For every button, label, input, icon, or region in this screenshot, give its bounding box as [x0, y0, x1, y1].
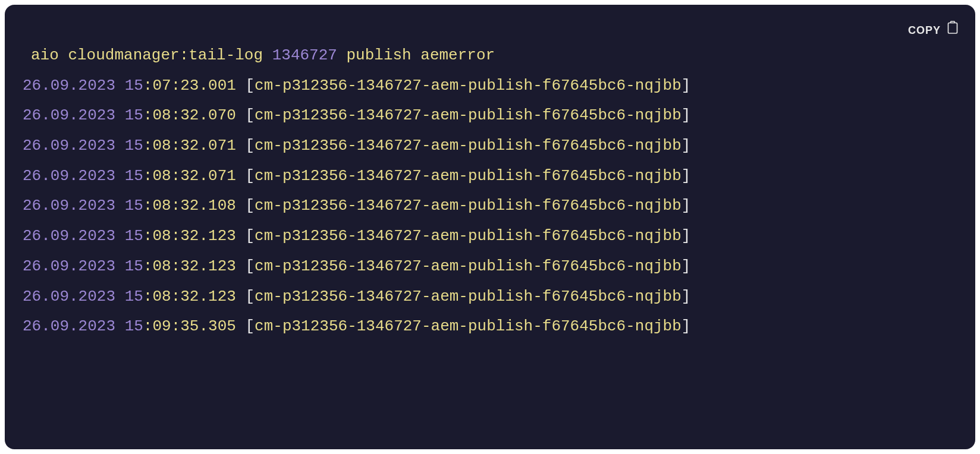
log-date: 26.09.2023 — [23, 167, 125, 185]
log-time-rest: :08:32.070 — [143, 106, 236, 124]
code-content: aio cloudmanager:tail-log 1346727 publis… — [23, 40, 957, 342]
log-gap — [236, 227, 246, 245]
log-date: 26.09.2023 — [23, 227, 125, 245]
log-gap — [236, 167, 246, 185]
bracket-open: [ — [246, 317, 255, 335]
bracket-open: [ — [246, 288, 255, 305]
copy-button[interactable]: COPY — [908, 15, 959, 46]
command-number: 1346727 — [272, 46, 337, 64]
bracket-open: [ — [246, 227, 255, 245]
log-source: cm-p312356-1346727-aem-publish-f67645bc6… — [255, 288, 681, 305]
bracket-close: ] — [681, 317, 691, 335]
log-date: 26.09.2023 — [23, 288, 125, 305]
log-line: 26.09.2023 15:08:32.123 [cm-p312356-1346… — [23, 282, 957, 312]
bracket-close: ] — [681, 197, 691, 215]
terminal-panel: COPY aio cloudmanager:tail-log 1346727 p… — [5, 5, 975, 449]
log-date: 26.09.2023 — [23, 197, 125, 215]
log-gap — [236, 197, 246, 215]
log-hour: 15 — [125, 106, 143, 124]
log-hour: 15 — [125, 197, 143, 215]
log-gap — [236, 257, 246, 275]
log-date: 26.09.2023 — [23, 77, 125, 94]
bracket-open: [ — [246, 77, 255, 94]
log-hour: 15 — [125, 317, 143, 335]
log-gap — [236, 106, 246, 124]
log-time-rest: :08:32.123 — [143, 227, 236, 245]
log-source: cm-p312356-1346727-aem-publish-f67645bc6… — [255, 317, 681, 335]
log-time-rest: :07:23.001 — [143, 77, 236, 94]
bracket-close: ] — [681, 227, 691, 245]
log-line: 26.09.2023 15:09:35.305 [cm-p312356-1346… — [23, 311, 957, 342]
log-source: cm-p312356-1346727-aem-publish-f67645bc6… — [255, 227, 681, 245]
copy-label: COPY — [908, 20, 941, 41]
bracket-close: ] — [681, 288, 691, 305]
svg-rect-0 — [948, 23, 957, 34]
command-prefix: aio cloudmanager:tail-log — [31, 46, 272, 64]
command-line: aio cloudmanager:tail-log 1346727 publis… — [23, 40, 957, 71]
bracket-open: [ — [246, 106, 255, 124]
log-hour: 15 — [125, 137, 143, 155]
log-line: 26.09.2023 15:07:23.001 [cm-p312356-1346… — [23, 71, 957, 101]
log-hour: 15 — [125, 257, 143, 275]
bracket-close: ] — [681, 257, 691, 275]
log-date: 26.09.2023 — [23, 106, 125, 124]
log-time-rest: :08:32.108 — [143, 197, 236, 215]
log-time-rest: :08:32.071 — [143, 167, 236, 185]
log-source: cm-p312356-1346727-aem-publish-f67645bc6… — [255, 167, 681, 185]
log-line: 26.09.2023 15:08:32.071 [cm-p312356-1346… — [23, 131, 957, 161]
log-time-rest: :08:32.071 — [143, 137, 236, 155]
bracket-close: ] — [681, 167, 691, 185]
log-gap — [236, 288, 246, 305]
command-suffix: publish aemerror — [337, 46, 495, 64]
log-gap — [236, 137, 246, 155]
bracket-close: ] — [681, 137, 691, 155]
log-line: 26.09.2023 15:08:32.123 [cm-p312356-1346… — [23, 221, 957, 251]
log-time-rest: :08:32.123 — [143, 288, 236, 305]
bracket-close: ] — [681, 106, 691, 124]
bracket-open: [ — [246, 197, 255, 215]
bracket-open: [ — [246, 257, 255, 275]
log-time-rest: :08:32.123 — [143, 257, 236, 275]
clipboard-icon — [947, 15, 959, 46]
log-source: cm-p312356-1346727-aem-publish-f67645bc6… — [255, 257, 681, 275]
log-source: cm-p312356-1346727-aem-publish-f67645bc6… — [255, 137, 681, 155]
bracket-open: [ — [246, 167, 255, 185]
log-date: 26.09.2023 — [23, 257, 125, 275]
log-source: cm-p312356-1346727-aem-publish-f67645bc6… — [255, 106, 681, 124]
bracket-open: [ — [246, 137, 255, 155]
log-hour: 15 — [125, 167, 143, 185]
log-gap — [236, 317, 246, 335]
log-line: 26.09.2023 15:08:32.108 [cm-p312356-1346… — [23, 191, 957, 221]
log-line: 26.09.2023 15:08:32.071 [cm-p312356-1346… — [23, 161, 957, 191]
log-source: cm-p312356-1346727-aem-publish-f67645bc6… — [255, 77, 681, 94]
log-date: 26.09.2023 — [23, 137, 125, 155]
log-source: cm-p312356-1346727-aem-publish-f67645bc6… — [255, 197, 681, 215]
log-hour: 15 — [125, 227, 143, 245]
log-line: 26.09.2023 15:08:32.070 [cm-p312356-1346… — [23, 100, 957, 131]
log-hour: 15 — [125, 288, 143, 305]
log-date: 26.09.2023 — [23, 317, 125, 335]
log-hour: 15 — [125, 77, 143, 94]
log-line: 26.09.2023 15:08:32.123 [cm-p312356-1346… — [23, 251, 957, 282]
bracket-close: ] — [681, 77, 691, 94]
log-gap — [236, 77, 246, 94]
log-time-rest: :09:35.305 — [143, 317, 236, 335]
